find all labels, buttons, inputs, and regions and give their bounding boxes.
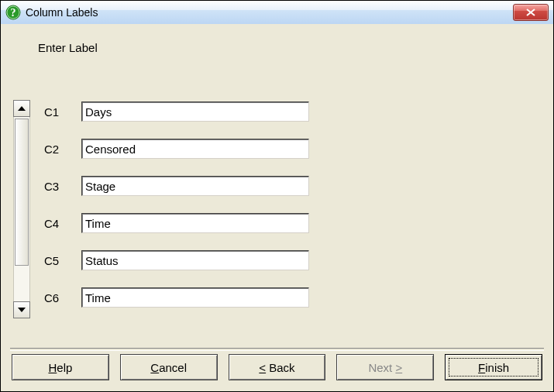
close-button[interactable] bbox=[513, 4, 549, 21]
column-id-label: C3 bbox=[44, 180, 81, 193]
arrow-up-icon bbox=[18, 106, 26, 111]
column-label-input[interactable] bbox=[81, 139, 309, 159]
title-bar: ? Column Labels bbox=[1, 1, 553, 25]
scroll-up-button[interactable] bbox=[13, 100, 30, 117]
window-title: Column Labels bbox=[26, 6, 98, 19]
rows-container: C1 C2 C3 C4 C5 C6 bbox=[44, 100, 535, 323]
scroll-thumb[interactable] bbox=[15, 119, 29, 266]
column-row: C6 bbox=[44, 286, 535, 309]
column-label-input[interactable] bbox=[81, 287, 309, 308]
client-area: Enter Label C1 C2 C3 bbox=[1, 24, 553, 391]
column-label-input[interactable] bbox=[81, 176, 309, 196]
column-row: C3 bbox=[44, 174, 535, 198]
svg-text:?: ? bbox=[11, 7, 16, 19]
column-id-label: C5 bbox=[44, 254, 81, 267]
button-row: Help Cancel < Back Next > Finish bbox=[12, 354, 542, 380]
column-row: C4 bbox=[44, 211, 535, 235]
column-id-label: C6 bbox=[44, 291, 81, 304]
column-id-label: C1 bbox=[44, 105, 81, 119]
back-button[interactable]: < Back bbox=[229, 354, 326, 380]
cancel-button[interactable]: Cancel bbox=[120, 354, 218, 380]
focus-ring bbox=[449, 358, 539, 377]
divider bbox=[10, 348, 544, 351]
finish-button[interactable]: Finish bbox=[445, 354, 542, 380]
scrollbar bbox=[13, 100, 30, 318]
column-label-input[interactable] bbox=[81, 250, 309, 270]
column-label-input[interactable] bbox=[81, 213, 309, 233]
next-button: Next > bbox=[336, 354, 434, 380]
column-label-input[interactable] bbox=[81, 101, 309, 122]
column-id-label: C2 bbox=[44, 143, 81, 156]
scroll-track[interactable] bbox=[13, 117, 30, 301]
help-button[interactable]: Help bbox=[12, 354, 109, 380]
arrow-down-icon bbox=[18, 308, 26, 312]
close-icon bbox=[525, 8, 536, 17]
column-row: C2 bbox=[44, 137, 535, 160]
column-row: C1 bbox=[44, 100, 535, 123]
column-id-label: C4 bbox=[44, 217, 81, 230]
column-row: C5 bbox=[44, 249, 535, 272]
help-icon: ? bbox=[5, 5, 21, 20]
dialog-window: ? Column Labels Enter Label C1 bbox=[0, 0, 554, 392]
scroll-down-button[interactable] bbox=[13, 301, 30, 318]
prompt-label: Enter Label bbox=[38, 41, 98, 54]
